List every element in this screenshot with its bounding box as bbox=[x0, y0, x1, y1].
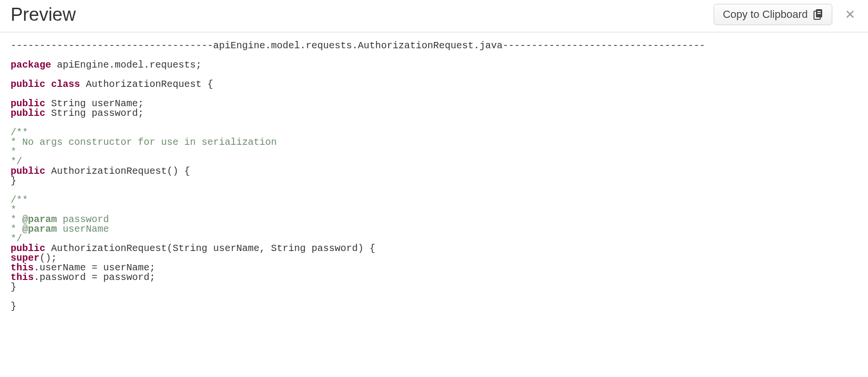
code-text: } bbox=[11, 301, 16, 312]
copy-button-label: Copy to Clipboard bbox=[723, 8, 808, 21]
keyword-public: public bbox=[11, 108, 45, 119]
javadoc-tag: @param bbox=[22, 223, 57, 235]
header-actions: Copy to Clipboard ✕ bbox=[714, 4, 857, 25]
code-text: AuthorizationRequest { bbox=[80, 79, 213, 90]
page-title: Preview bbox=[11, 4, 76, 25]
copy-to-clipboard-button[interactable]: Copy to Clipboard bbox=[714, 4, 832, 25]
comment-line: * No args constructor for use in seriali… bbox=[11, 137, 277, 148]
keyword-class: class bbox=[51, 79, 80, 90]
svg-rect-2 bbox=[817, 11, 821, 12]
file-divider: -----------------------------------apiEn… bbox=[11, 40, 705, 51]
code-text: .password = password; bbox=[34, 272, 155, 283]
keyword-public: public bbox=[11, 79, 45, 90]
code-text: } bbox=[11, 281, 16, 293]
comment-line: userName bbox=[57, 223, 109, 235]
close-icon[interactable]: ✕ bbox=[843, 6, 857, 23]
svg-rect-3 bbox=[817, 13, 821, 14]
code-text: } bbox=[11, 175, 16, 186]
clipboard-icon bbox=[813, 9, 823, 20]
code-text: String password; bbox=[45, 108, 144, 119]
code-text: AuthorizationRequest(String userName, St… bbox=[45, 243, 375, 254]
code-preview: -----------------------------------apiEn… bbox=[0, 32, 868, 320]
modal-header: Preview Copy to Clipboard ✕ bbox=[0, 0, 868, 32]
keyword-package: package bbox=[11, 59, 51, 70]
code-text: apiEngine.model.requests; bbox=[51, 59, 202, 70]
code-text: AuthorizationRequest() { bbox=[45, 166, 190, 177]
